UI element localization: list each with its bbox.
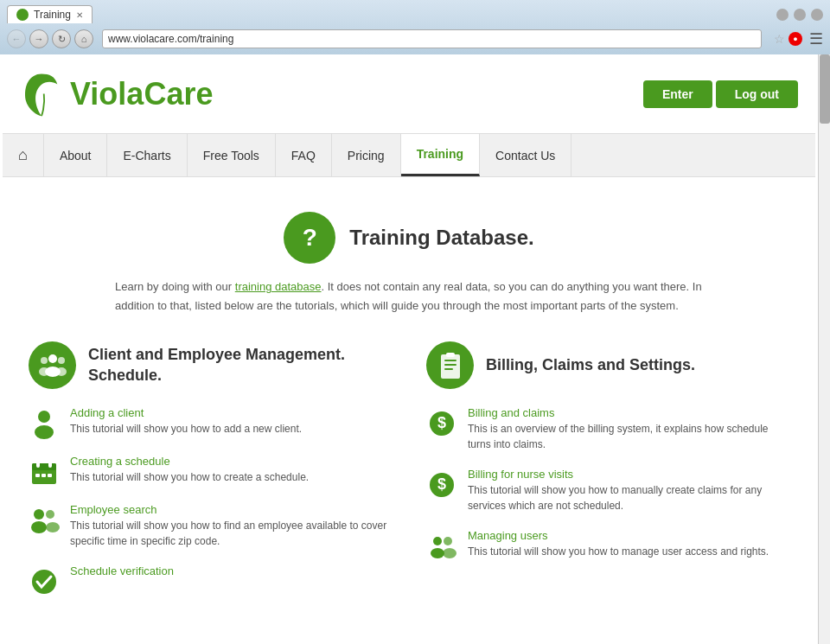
svg-rect-20 [441, 354, 460, 379]
tutorial-desc-managing-users: This tutorial will show you how to manag… [468, 544, 769, 559]
tutorial-link-billing-claims[interactable]: Billing and claims [468, 406, 554, 419]
svg-rect-10 [36, 461, 40, 468]
stop-icon: ● [788, 32, 802, 46]
logo[interactable]: ViolaCare [20, 70, 213, 118]
svg-point-7 [35, 425, 54, 439]
people-icon [29, 505, 60, 536]
main-content: ? Training Database. Learn by doing with… [3, 177, 815, 630]
svg-point-6 [38, 411, 50, 423]
right-section-title: Billing, Claims and Settings. [486, 355, 695, 375]
maximize-button[interactable] [794, 9, 806, 21]
close-button[interactable] [811, 9, 823, 21]
training-db-header: ? Training Database. [106, 212, 712, 264]
nav-item-echarts[interactable]: E-Charts [107, 134, 187, 176]
tutorial-item-managing-users: Managing users This tutorial will show y… [426, 529, 789, 562]
tutorial-link-managing-users[interactable]: Managing users [468, 529, 548, 542]
back-button[interactable]: ← [7, 29, 26, 48]
enter-button[interactable]: Enter [643, 80, 712, 108]
browser-controls: ← → ↻ ⌂ www.violacare.com/training ☆ ● ☰ [3, 27, 827, 51]
main-nav: ⌂ About E-Charts Free Tools FAQ Pricing … [3, 133, 815, 177]
nav-item-contact[interactable]: Contact Us [480, 134, 571, 176]
forward-button[interactable]: → [29, 29, 48, 48]
logo-text-normal: Viola [70, 76, 144, 112]
check-icon [29, 566, 60, 597]
tab-title: Training [34, 9, 71, 21]
svg-rect-11 [48, 461, 52, 468]
svg-rect-24 [446, 353, 455, 357]
right-section-header: Billing, Claims and Settings. [426, 341, 789, 389]
svg-point-15 [34, 509, 44, 520]
training-db-link[interactable]: training database [235, 280, 322, 293]
tutorial-content-billing-nurse: Billing for nurse visits This tutorial w… [468, 468, 789, 513]
nav-item-about[interactable]: About [44, 134, 108, 176]
users-icon [426, 531, 457, 562]
tutorial-link-billing-nurse[interactable]: Billing for nurse visits [468, 468, 573, 481]
svg-point-4 [58, 357, 65, 364]
tutorial-link-creating-schedule[interactable]: Creating a schedule [70, 455, 170, 468]
nav-item-home[interactable]: ⌂ [3, 134, 44, 176]
logout-button[interactable]: Log out [716, 80, 798, 108]
tutorial-item-creating-schedule: Creating a schedule This tutorial will s… [29, 455, 392, 488]
tutorial-content-managing-users: Managing users This tutorial will show y… [468, 529, 769, 559]
svg-rect-13 [42, 474, 46, 477]
page-scroll[interactable]: ViolaCare Enter Log out ⌂ About E-Charts… [0, 54, 818, 644]
tutorial-desc-creating-schedule: This tutorial will show you how to creat… [70, 469, 309, 485]
training-db-title: Training Database. [349, 226, 533, 250]
nav-item-training[interactable]: Training [401, 134, 480, 176]
dollar-icon-1: $ [426, 408, 457, 439]
tab-close-button[interactable]: ✕ [76, 10, 83, 20]
logo-text: ViolaCare [70, 76, 213, 112]
browser-chrome: Training ✕ ← → ↻ ⌂ www.violacare.com/tra… [0, 0, 830, 54]
tutorial-content-adding-client: Adding a client This tutorial will show … [70, 406, 302, 437]
tutorial-item-schedule-verification: Schedule verification [29, 564, 392, 597]
bookmark-icon[interactable]: ☆ [774, 32, 785, 46]
billing-icon [426, 341, 474, 389]
tutorial-content-billing-claims: Billing and claims This is an overview o… [468, 406, 789, 452]
browser-tab[interactable]: Training ✕ [7, 5, 93, 23]
svg-point-17 [46, 510, 54, 519]
logo-text-bold: Care [144, 76, 213, 112]
address-bar[interactable]: www.violacare.com/training [102, 29, 762, 48]
page-outer: ViolaCare Enter Log out ⌂ About E-Charts… [0, 54, 830, 644]
svg-point-3 [39, 367, 49, 376]
svg-rect-21 [444, 360, 456, 361]
training-db-section: ? Training Database. Learn by doing with… [106, 212, 712, 316]
tutorial-desc-billing-nurse: This tutorial will show you how to manua… [468, 482, 789, 513]
svg-rect-14 [48, 474, 52, 477]
nav-item-pricing[interactable]: Pricing [332, 134, 401, 176]
minimize-button[interactable] [776, 9, 788, 21]
svg-point-2 [41, 357, 48, 364]
people-group-icon [29, 341, 76, 389]
scrollbar-thumb[interactable] [820, 54, 830, 124]
svg-point-19 [32, 570, 56, 594]
left-column: Client and Employee Management. Schedule… [29, 341, 392, 613]
home-button[interactable]: ⌂ [74, 29, 93, 48]
svg-text:$: $ [437, 475, 446, 493]
dollar-icon-2: $ [426, 469, 457, 501]
tutorial-content-schedule-verification: Schedule verification [70, 564, 174, 579]
tutorial-item-billing-nurse: $ Billing for nurse visits This tutorial… [426, 468, 789, 513]
tutorial-item-billing-claims: $ Billing and claims This is an overview… [426, 406, 789, 452]
reload-button[interactable]: ↻ [52, 29, 71, 48]
svg-point-30 [431, 548, 444, 558]
url-text: www.violacare.com/training [108, 33, 233, 45]
tutorial-link-schedule-verification[interactable]: Schedule verification [70, 564, 174, 577]
site-header: ViolaCare Enter Log out [3, 54, 815, 133]
tutorial-desc-billing-claims: This is an overview of the billing syste… [468, 421, 789, 452]
nav-item-freetools[interactable]: Free Tools [188, 134, 276, 176]
menu-icon[interactable]: ☰ [809, 29, 823, 48]
logo-leaf-icon [20, 70, 63, 118]
svg-rect-23 [444, 368, 453, 370]
svg-rect-12 [35, 474, 40, 477]
two-columns: Client and Employee Management. Schedule… [29, 341, 789, 613]
person-icon [29, 408, 60, 439]
calendar-icon [29, 456, 60, 488]
tutorial-link-employee-search[interactable]: Employee search [70, 503, 156, 516]
tutorial-desc-employee-search: This tutorial will show you how to find … [70, 518, 392, 549]
tutorial-link-adding-client[interactable]: Adding a client [70, 406, 144, 419]
scrollbar-track[interactable] [818, 54, 830, 644]
left-section-header: Client and Employee Management. Schedule… [29, 341, 392, 389]
svg-point-0 [48, 354, 57, 363]
nav-item-faq[interactable]: FAQ [276, 134, 332, 176]
svg-point-18 [46, 522, 60, 532]
